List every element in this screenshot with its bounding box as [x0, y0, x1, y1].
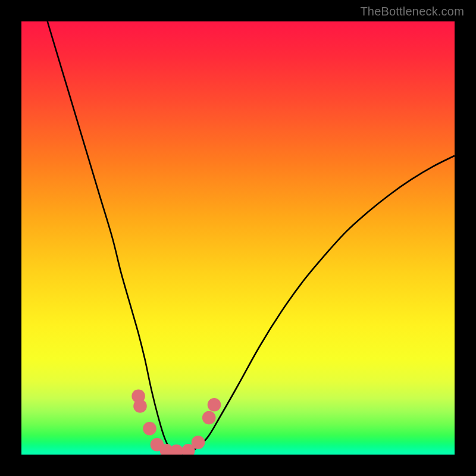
marker-dot — [143, 422, 156, 436]
marker-dot — [160, 444, 174, 455]
watermark-text: TheBottleneck.com — [360, 5, 464, 18]
marker-dot — [151, 438, 164, 452]
marker-dot — [133, 399, 147, 413]
marker-dot — [181, 444, 195, 455]
chart-frame: TheBottleneck.com — [0, 0, 476, 476]
marker-dot — [170, 444, 183, 455]
marker-dot — [202, 411, 216, 425]
marker-dot — [192, 436, 205, 449]
chart-curve — [48, 21, 455, 455]
marker-dot — [131, 389, 145, 403]
plot-area — [21, 21, 455, 455]
chart-svg — [21, 21, 455, 455]
marker-dot — [208, 398, 221, 412]
chart-markers — [131, 389, 221, 455]
